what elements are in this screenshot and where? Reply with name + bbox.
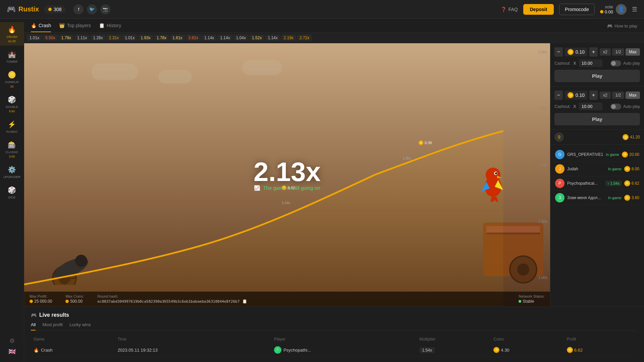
help-icon: ❓ xyxy=(501,7,506,12)
social-links: f 🐦 📷 xyxy=(73,4,110,14)
top-bet-coin-icon: 🪙 xyxy=(623,134,629,140)
multiplier-badge: 1.52x xyxy=(249,35,264,41)
player-row: G GRS_OPERATIVE1 In game 🪙 20.00 xyxy=(553,147,641,162)
table-header-row: GameTimePlayerMultiplierCoinsProfit xyxy=(31,335,637,344)
cashout-input-1[interactable] xyxy=(579,59,602,67)
bet-x2-2[interactable]: x2 xyxy=(600,92,611,99)
how-to-play-button[interactable]: 🎮 How to play xyxy=(607,23,637,28)
tab-crash[interactable]: 🔥 Crash xyxy=(31,23,51,32)
logo-icon: 🎮 xyxy=(7,5,16,14)
cashout-input-2[interactable] xyxy=(579,103,602,110)
sidebar-item-tower[interactable]: 🏰 TOWER xyxy=(0,47,24,66)
multiplier-badge: 2.72x xyxy=(297,35,312,41)
network-status-info: Network Status: Stable xyxy=(519,294,545,304)
sidebar-item-coinflip[interactable]: 🪙 COINFLIP 24 xyxy=(0,67,24,91)
bet-coin-icon: 🪙 xyxy=(419,140,423,145)
player-coins: 🪙 8.00 xyxy=(624,166,639,172)
right-panel: − 🪙 0.10 + x2 1/2 Max Cashout: xyxy=(550,43,644,306)
sidebar: 🔥 CRASH 41:20 🏰 TOWER 🪙 COINFLIP 24 🎲 DO… xyxy=(0,19,24,362)
player-name: Зови меня Адол... xyxy=(567,195,605,200)
multiplier-cell: 1.54x xyxy=(417,344,491,357)
bet-half-2[interactable]: 1/2 xyxy=(612,92,625,99)
toggle-switch-1[interactable] xyxy=(610,60,621,66)
game-canvas: 3.00x2.50x2.00x1.50x1.00x 🪙 0.39 🪙 6.62 … xyxy=(24,43,550,306)
bet-x2-1[interactable]: x2 xyxy=(600,48,611,56)
settings-icon[interactable]: ⚙ xyxy=(9,337,15,345)
round-hash-info: Round hash: ec8037abd304997619b0ca582390… xyxy=(97,294,505,304)
autoplay-toggle-2[interactable]: Auto play xyxy=(610,104,640,110)
faq-button[interactable]: ❓ FAQ xyxy=(501,7,518,12)
status-trend-icon: 📈 xyxy=(254,185,260,191)
play-button-2[interactable]: Play xyxy=(554,113,640,125)
bet-max-1[interactable]: Max xyxy=(626,48,640,56)
how-to-play-icon: 🎮 xyxy=(607,23,612,28)
cloud-1 xyxy=(91,63,138,80)
info-coin-icon xyxy=(30,300,33,303)
table-col-game: Game xyxy=(31,335,115,344)
copy-icon[interactable]: 📋 xyxy=(242,299,247,304)
player-name: Judah xyxy=(567,167,605,171)
top-navigation: 🎮 Rustix 308 f 🐦 📷 ❓ FAQ Deposit Promoco… xyxy=(0,0,644,19)
bet-half-1[interactable]: 1/2 xyxy=(612,48,625,56)
multiplier-badge: 1.04x xyxy=(233,35,249,41)
toggle-switch-2[interactable] xyxy=(610,104,621,110)
info-coin-icon-2 xyxy=(65,300,69,303)
multiplier-badge: 1.14x xyxy=(265,35,280,41)
menu-button[interactable]: ☰ xyxy=(632,6,637,13)
sidebar-item-upgrader[interactable]: ⚙️ UPGRADER xyxy=(0,162,24,181)
max-coins-info: Max Coins: 500.00 xyxy=(65,294,84,304)
classic-icon: 🎰 xyxy=(7,140,17,149)
sidebar-item-plinko[interactable]: ⚡ PLINKO xyxy=(0,117,24,136)
tab-top-players[interactable]: 👑 Top players xyxy=(59,23,91,32)
svg-rect-7 xyxy=(486,226,540,233)
user-info: xote 0.00 👤 xyxy=(600,4,627,15)
sidebar-item-crash[interactable]: 🔥 CRASH 41:20 xyxy=(0,22,24,46)
multiplier-badge: 5.50x xyxy=(43,35,58,41)
svg-point-10 xyxy=(517,263,529,276)
user-avatar[interactable]: 👤 xyxy=(616,4,627,15)
autoplay-toggle-1[interactable]: Auto play xyxy=(610,60,640,66)
bet-plus-2[interactable]: + xyxy=(589,90,598,100)
bet-plus-1[interactable]: + xyxy=(589,47,598,57)
results-tab-lucky-wins[interactable]: Lucky wins xyxy=(69,322,91,330)
player-status: In game xyxy=(608,167,622,171)
play-button-1[interactable]: Play xyxy=(554,70,640,82)
sidebar-item-dice[interactable]: 🎲 DICE xyxy=(0,183,24,202)
table-col-profit: Profit xyxy=(564,335,637,344)
logo[interactable]: 🎮 Rustix xyxy=(7,5,39,14)
instagram-icon[interactable]: 📷 xyxy=(100,4,110,14)
bet-amount-display-2: 🪙 0.10 xyxy=(565,91,587,100)
coins-cell: 🪙 4.30 xyxy=(491,344,564,357)
sidebar-item-classic[interactable]: 🎰 CLASSIC 3:50 xyxy=(0,137,24,161)
bet-minus-1[interactable]: − xyxy=(554,47,563,57)
double-icon: 🎲 xyxy=(7,95,17,104)
player-cell: P Psychopathi... xyxy=(271,344,417,357)
tab-crash-icon: 🔥 xyxy=(31,23,37,28)
player-multiplier: ↑ 1.54x xyxy=(605,181,621,186)
bet-max-2[interactable]: Max xyxy=(626,92,640,99)
sidebar-item-double[interactable]: 🎲 DOUBLE 5:60 xyxy=(0,92,24,116)
results-tab-most-profit[interactable]: Most profit xyxy=(42,322,63,330)
multiplier-badge: 2.19x xyxy=(281,35,296,41)
player-name: Psychopathical... xyxy=(567,181,603,186)
results-tab-all[interactable]: All xyxy=(31,322,36,330)
bet-minus-2[interactable]: − xyxy=(554,90,563,100)
twitter-icon[interactable]: 🐦 xyxy=(87,4,97,14)
language-icon[interactable]: 🇬🇧 xyxy=(8,348,16,355)
player-row: P Psychopathical... ↑ 1.54x 🪙 6.62 xyxy=(553,176,641,191)
toggle-knob-1 xyxy=(611,61,616,66)
top-bet-number: 9 xyxy=(554,132,564,142)
crash-icon: 🔥 xyxy=(7,25,17,34)
deposit-button[interactable]: Deposit xyxy=(523,4,554,15)
bet-section-2: − 🪙 0.10 + x2 1/2 Max Cashout: xyxy=(550,86,644,130)
username: xote xyxy=(605,4,613,9)
game-tabs: 🔥 Crash 👑 Top players 📋 History 🎮 How to… xyxy=(24,19,644,33)
game-status: 📈 The game is still going on xyxy=(254,185,320,191)
facebook-icon[interactable]: f xyxy=(73,4,84,14)
promocode-button[interactable]: Promocode xyxy=(559,4,595,15)
multiplier-badge: 1.78x xyxy=(154,35,169,41)
player-row: З Зови меня Адол... In game 🪙 3.60 xyxy=(553,191,641,205)
multiplier-strip: 1.01x5.50x1.78x1.11x1.28x2.31x1.01x1.93x… xyxy=(24,33,644,43)
player-name: GRS_OPERATIVE1 xyxy=(567,152,603,157)
tab-history[interactable]: 📋 History xyxy=(99,23,121,32)
